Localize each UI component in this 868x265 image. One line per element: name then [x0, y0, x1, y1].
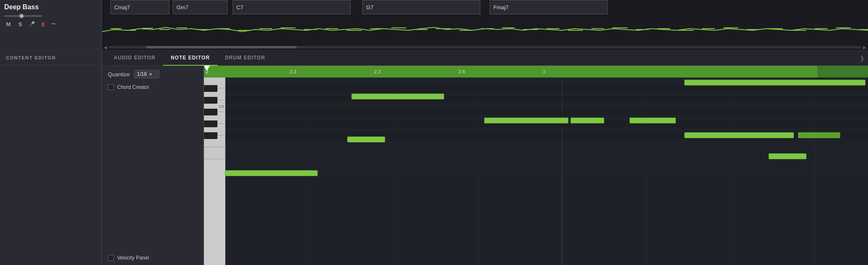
- velocity-row: Velocity Panel: [108, 255, 197, 261]
- ruler-label-2-3: 2.3: [374, 69, 380, 74]
- svg-rect-54: [225, 85, 868, 92]
- svg-rect-56: [225, 109, 868, 115]
- piano-keys: C3: [204, 78, 225, 265]
- piano-key-11[interactable]: [204, 148, 225, 159]
- track-volume-slider[interactable]: [4, 15, 42, 17]
- note-block-0[interactable]: [684, 80, 865, 86]
- bars-icon[interactable]: ⏸: [39, 20, 46, 28]
- sidebar: CONTENT EDITOR: [0, 51, 102, 265]
- note-block-10[interactable]: [225, 170, 318, 176]
- piano-key-7-black[interactable]: [204, 120, 217, 127]
- grid-svg: [225, 78, 868, 265]
- chord-block-fmaj7[interactable]: Fmaj7: [490, 0, 608, 14]
- piano-key-5-black[interactable]: [204, 109, 217, 115]
- content-editor-label: CONTENT EDITOR: [6, 55, 56, 60]
- chord-creator-checkbox[interactable]: [108, 84, 114, 90]
- velocity-panel-checkbox[interactable]: [108, 255, 114, 261]
- chord-markers: Cmaj7 Gm7 C7 G7 Fmaj7: [102, 0, 868, 16]
- svg-rect-55: [225, 96, 868, 103]
- note-block-6[interactable]: [347, 137, 385, 142]
- editor-tabs: AUDIO EDITOR NOTE EDITOR DRUM EDITOR ❯: [102, 51, 868, 66]
- note-block-8[interactable]: [798, 132, 840, 138]
- ruler-label-2-2: 2.2: [290, 69, 296, 74]
- chord-creator-label: Chord Creator: [117, 84, 149, 90]
- sidebar-spacer: [108, 96, 197, 249]
- tab-expand-arrow[interactable]: ❯: [860, 55, 865, 62]
- roll-body: C3: [204, 78, 868, 265]
- wave-icon[interactable]: 〜: [50, 20, 57, 28]
- chord-block-gm7[interactable]: Gm7: [173, 0, 228, 14]
- scroll-thumb[interactable]: [146, 46, 297, 48]
- editor-sidebar: Quantize 1/16 ▼ Chord Creator Velocity: [102, 66, 204, 265]
- chord-block-g7[interactable]: G7: [362, 0, 480, 14]
- tab-drum[interactable]: DRUM EDITOR: [217, 51, 273, 66]
- chord-creator-row: Chord Creator: [108, 84, 197, 90]
- bottom-section: CONTENT EDITOR AUDIO EDITOR NOTE EDITOR …: [0, 51, 868, 265]
- ruler-label-2-4: 2.4: [458, 69, 465, 74]
- note-block-2[interactable]: [351, 94, 444, 99]
- scroll-right-arrow[interactable]: ▶: [863, 45, 866, 50]
- sidebar-content-label-section: CONTENT EDITOR: [0, 51, 101, 65]
- track-slider-thumb: [19, 14, 24, 18]
- track-slider-row: [4, 15, 97, 17]
- piano-key-1-black[interactable]: [204, 85, 217, 92]
- note-block-7[interactable]: [684, 132, 794, 138]
- ruler-label-3: 3: [543, 69, 545, 74]
- automation-line: [102, 17, 868, 42]
- velocity-panel-label: Velocity Panel: [117, 255, 149, 261]
- ruler-label-2: 2: [206, 69, 208, 74]
- track-controls: M S 🎤 ⏸ 〜: [4, 20, 97, 28]
- quantize-dropdown-arrow: ▼: [148, 72, 153, 77]
- note-block-9[interactable]: [769, 153, 806, 159]
- track-area: Deep Bass M S 🎤 ⏸ 〜 Cmaj7: [0, 0, 868, 51]
- track-label: Deep Bass M S 🎤 ⏸ 〜: [0, 0, 102, 50]
- note-grid[interactable]: [225, 78, 868, 265]
- mic-icon[interactable]: 🎤: [28, 20, 35, 28]
- piano-key-3-black[interactable]: [204, 97, 217, 104]
- note-block-5[interactable]: [630, 118, 676, 123]
- piano-key-9-black[interactable]: [204, 132, 217, 139]
- editor-area: AUDIO EDITOR NOTE EDITOR DRUM EDITOR ❯ Q…: [102, 51, 868, 265]
- roll-ruler: 2 2.2 2.3 2.4 3: [204, 66, 868, 78]
- solo-button[interactable]: S: [16, 21, 24, 27]
- timeline-scrollbar[interactable]: ◀ ▶: [102, 44, 868, 50]
- quantize-select[interactable]: 1/16 ▼: [134, 70, 159, 78]
- track-name: Deep Bass: [4, 3, 97, 11]
- app-container: Deep Bass M S 🎤 ⏸ 〜 Cmaj7: [0, 0, 868, 265]
- editor-content: Quantize 1/16 ▼ Chord Creator Velocity: [102, 66, 868, 265]
- chord-block-c7[interactable]: C7: [233, 0, 351, 14]
- scroll-track[interactable]: [109, 46, 861, 48]
- timeline-area: Cmaj7 Gm7 C7 G7 Fmaj7: [102, 0, 868, 50]
- scroll-left-arrow[interactable]: ◀: [104, 45, 107, 50]
- piano-roll: 2 2.2 2.3 2.4 3: [204, 66, 868, 265]
- mute-button[interactable]: M: [4, 21, 13, 27]
- tab-note[interactable]: NOTE EDITOR: [163, 51, 217, 66]
- tab-audio[interactable]: AUDIO EDITOR: [106, 51, 163, 66]
- quantize-label: Quantize: [108, 71, 130, 78]
- quantize-row: Quantize 1/16 ▼: [108, 70, 197, 78]
- chord-block-cmaj7[interactable]: Cmaj7: [110, 0, 169, 14]
- note-block-3[interactable]: [484, 118, 568, 123]
- note-block-4[interactable]: [571, 118, 604, 123]
